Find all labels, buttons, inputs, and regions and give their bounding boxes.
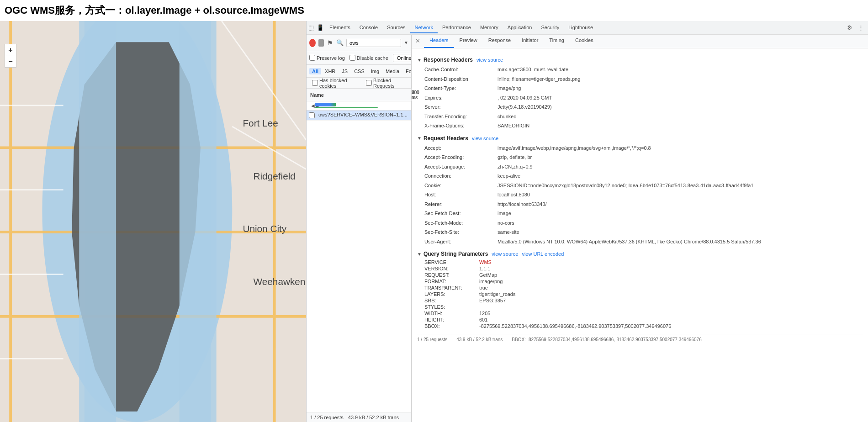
throttle-select[interactable]: Online Fast 3G Slow 3G — [393, 54, 411, 62]
map-container[interactable]: Hasbrouck Heights Teterboro Airport Ruth… — [0, 21, 306, 422]
svg-text:Ridgefield: Ridgefield — [254, 171, 296, 181]
filter-xhr[interactable]: XHR — [322, 68, 338, 74]
blocked-cookies-checkbox[interactable]: Has blocked cookies — [312, 78, 360, 89]
query-params-title: Query String Parameters — [423, 251, 488, 257]
transfer-size: 43.9 kB / 52.2 kB trans — [348, 415, 399, 420]
tab-cookies[interactable]: Cookies — [570, 35, 599, 48]
req-header-cookie: Cookie: JSESSIONID=node0hccymzxgld18post… — [417, 181, 863, 190]
response-headers-section-header[interactable]: ▼ Response Headers view source — [417, 57, 863, 63]
device-icon[interactable]: 📱 — [316, 23, 325, 32]
table-row[interactable]: ows?SERVICE=WMS&VERSION=1.1... — [307, 111, 411, 121]
tab-headers-close[interactable]: ✕ — [412, 35, 424, 48]
request-headers-section-header[interactable]: ▼ Request Headers view source — [417, 135, 863, 142]
disable-cache-checkbox[interactable]: Disable cache — [349, 55, 388, 61]
record-button[interactable] — [309, 39, 316, 47]
tab-initiator[interactable]: Initiator — [516, 35, 544, 48]
request-headers-view-source[interactable]: view source — [472, 136, 498, 141]
tab-preview[interactable]: Preview — [454, 35, 483, 48]
filter-img[interactable]: Img — [368, 68, 382, 74]
param-format: FORMAT: image/png — [424, 278, 863, 285]
status-bar: 1 / 25 requests 43.9 kB / 52.2 kB trans — [307, 412, 411, 422]
map-svg: Hasbrouck Heights Teterboro Airport Ruth… — [0, 21, 306, 422]
query-params-list: SERVICE: WMS VERSION: 1.1.1 REQUEST: Get… — [424, 259, 863, 329]
inspect-icon[interactable]: ⬚ — [307, 23, 316, 32]
tab-headers[interactable]: Headers — [424, 35, 454, 48]
name-col-header: Name — [307, 89, 412, 101]
header-row-content-type: Content-Type: image/png — [417, 84, 863, 93]
elements-tab[interactable]: Elements — [325, 22, 355, 33]
more-icon[interactable]: ⋮ — [856, 23, 865, 32]
timeline-progress-bar — [315, 103, 336, 106]
timeline-marker-line — [336, 101, 336, 110]
svg-text:Weehawken: Weehawken — [254, 276, 306, 287]
req-header-sec-fetch-dest: Sec-Fetch-Dest: image — [417, 209, 863, 218]
response-headers-toggle: ▼ — [417, 58, 422, 63]
filter-media[interactable]: Media — [383, 68, 402, 74]
header-row-transfer-encoding: Transfer-Encoding: chunked — [417, 112, 863, 121]
memory-tab[interactable]: Memory — [476, 22, 503, 33]
lighthouse-tab[interactable]: Lighthouse — [564, 22, 598, 33]
req-header-accept: Accept: image/avif,image/webp,image/apng… — [417, 143, 863, 153]
req-header-host: Host: localhost:8080 — [417, 190, 863, 200]
tab-timing[interactable]: Timing — [544, 35, 570, 48]
timeline-header: Name 100 ms 300 ms 500 ms 700 ms 900 ms — [307, 89, 411, 101]
req-header-referer: Referer: http://localhost:63343/ — [417, 200, 863, 209]
app: OGC WMS服务，方式一：ol.layer.Image + ol.source… — [0, 0, 868, 422]
filter-css[interactable]: CSS — [351, 68, 367, 74]
filter-all[interactable]: All — [309, 68, 321, 74]
request-name: ows?SERVICE=WMS&VERSION=1.1... — [317, 111, 411, 120]
right-panel: ⬚ 📱 Elements Console Sources Network Per… — [306, 21, 868, 422]
query-params-view-url-encoded[interactable]: view URL encoded — [522, 251, 564, 257]
bottom-status: 1 / 25 requests 43.9 kB / 52.2 kB trans … — [417, 334, 863, 342]
clear-button[interactable] — [318, 39, 324, 47]
request-headers-title: Request Headers — [423, 135, 468, 142]
zoom-out-button[interactable]: − — [5, 56, 16, 68]
zoom-in-button[interactable]: + — [5, 44, 16, 56]
svg-text:Fort Lee: Fort Lee — [243, 118, 278, 128]
filter-input[interactable] — [346, 39, 401, 47]
query-params-view-source[interactable]: view source — [492, 251, 518, 257]
blocked-requests-checkbox[interactable]: Blocked Requests — [366, 78, 408, 89]
response-headers-title: Response Headers — [423, 57, 473, 63]
performance-tab[interactable]: Performance — [438, 22, 476, 33]
preserve-log-checkbox[interactable]: Preserve log — [309, 55, 345, 61]
search-icon[interactable]: 🔍 — [336, 38, 344, 47]
tab-response[interactable]: Response — [483, 35, 517, 48]
request-list: ◀ ▶ ows?SERVICE=WMS&VERSION=1.1... — [307, 101, 411, 412]
network-tab[interactable]: Network — [410, 22, 438, 33]
bottom-bbox: BBOX: -8275569.522837034,4956138.6954966… — [512, 337, 701, 342]
page-title: OGC WMS服务，方式一：ol.layer.Image + ol.source… — [0, 0, 868, 21]
header-row-content-disposition: Content-Disposition: inline; filename=ti… — [417, 74, 863, 84]
filter-js[interactable]: JS — [339, 68, 350, 74]
param-version: VERSION: 1.1.1 — [424, 265, 863, 272]
response-headers-view-source[interactable]: view source — [476, 57, 503, 63]
detail-panel: ✕ Headers Preview Response Initiator Tim… — [412, 35, 868, 422]
console-tab[interactable]: Console — [355, 22, 382, 33]
devtools-tab-bar: ⬚ 📱 Elements Console Sources Network Per… — [307, 21, 868, 35]
svg-text:Union City: Union City — [243, 223, 286, 234]
application-tab[interactable]: Application — [503, 22, 537, 33]
param-service: SERVICE: WMS — [424, 259, 863, 265]
filter-types: All XHR JS CSS Img Media Font Doc WS Man… — [307, 65, 411, 78]
param-transparent: TRANSPARENT: true — [424, 285, 863, 291]
header-row-server: Server: Jetty(9.4.18.v20190429) — [417, 102, 863, 112]
timeline-marker-row: ◀ ▶ — [307, 101, 411, 111]
req-header-connection: Connection: keep-alive — [417, 171, 863, 181]
row-checkbox[interactable] — [307, 111, 317, 120]
security-tab[interactable]: Security — [536, 22, 564, 33]
detail-content: ▼ Response Headers view source Cache-Con… — [412, 48, 868, 422]
filter-font[interactable]: Font — [403, 68, 411, 74]
settings-icon[interactable]: ⚙ — [845, 23, 854, 32]
query-params-section-header[interactable]: ▼ Query String Parameters view source vi… — [417, 251, 863, 257]
req-header-accept-encoding: Accept-Encoding: gzip, deflate, br — [417, 153, 863, 162]
param-layers: LAYERS: tiger:tiger_roads — [424, 291, 863, 297]
param-styles: STYLES: — [424, 304, 863, 310]
request-headers-list: Accept: image/avif,image/webp,image/apng… — [417, 143, 863, 247]
filter-expand-icon[interactable]: ▼ — [404, 40, 408, 45]
param-srs: SRS: EPSG:3857 — [424, 297, 863, 304]
req-header-sec-fetch-site: Sec-Fetch-Site: same-site — [417, 227, 863, 237]
filter-icon[interactable]: ⚑ — [327, 38, 333, 47]
header-row-cache-control: Cache-Control: max-age=3600, must-revali… — [417, 65, 863, 74]
sources-tab[interactable]: Sources — [382, 22, 410, 33]
bottom-requests: 1 / 25 requests — [417, 337, 447, 342]
